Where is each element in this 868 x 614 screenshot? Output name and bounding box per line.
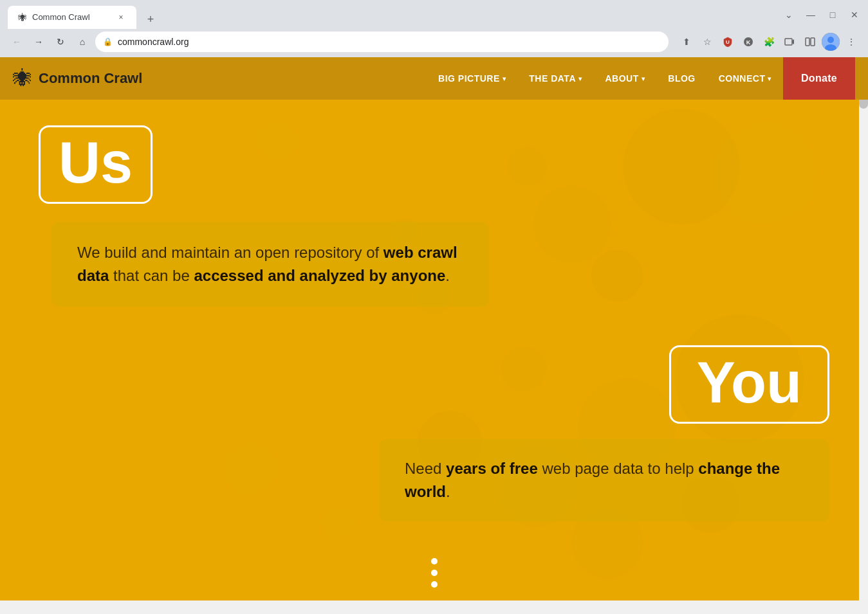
maximize-button[interactable]: □ xyxy=(827,9,838,21)
tab-favicon: 🕷 xyxy=(18,12,27,23)
media-icon[interactable] xyxy=(780,33,799,51)
title-bar: 🕷 Common Crawl × + ⌄ — □ ✕ xyxy=(0,0,868,29)
slide-dots-indicator xyxy=(431,558,438,588)
nav-items: BIG PICTURE ▾ THE DATA ▾ ABOUT ▾ BLOG CO… xyxy=(427,57,855,100)
about-dropdown-arrow: ▾ xyxy=(642,75,645,82)
new-tab-button[interactable]: + xyxy=(142,11,160,29)
tab-close-button[interactable]: × xyxy=(116,12,126,23)
svg-text:U: U xyxy=(726,39,730,45)
tab-title: Common Crawl xyxy=(32,12,111,22)
logo-spider-icon: 🕷 xyxy=(13,68,32,89)
nav-item-big-picture[interactable]: BIG PICTURE ▾ xyxy=(427,57,517,100)
window-controls: ⌄ — □ ✕ xyxy=(783,9,860,26)
close-window-button[interactable]: ✕ xyxy=(849,9,860,21)
k-extension-icon[interactable]: K xyxy=(739,33,757,51)
us-description-text: We build and maintain an open repository… xyxy=(77,241,463,287)
svg-text:K: K xyxy=(746,39,751,46)
donate-button[interactable]: Donate xyxy=(783,57,855,100)
svg-rect-5 xyxy=(811,38,815,46)
home-button[interactable]: ⌂ xyxy=(73,33,91,51)
nav-item-about[interactable]: ABOUT ▾ xyxy=(594,57,657,100)
tabs-row: 🕷 Common Crawl × + xyxy=(8,6,160,29)
dot-2[interactable] xyxy=(431,570,438,576)
minimize-button[interactable]: — xyxy=(805,9,817,21)
url-text: commoncrawl.org xyxy=(118,37,661,47)
bookmark-icon[interactable]: ☆ xyxy=(698,33,716,51)
tab-strip-collapse[interactable]: ⌄ xyxy=(783,9,795,21)
site-navigation: 🕷 Common Crawl BIG PICTURE ▾ THE DATA ▾ … xyxy=(0,57,868,100)
shield-extension-icon[interactable]: U xyxy=(719,33,737,51)
logo-text: Common Crawl xyxy=(39,70,142,87)
nav-item-connect[interactable]: CONNECT ▾ xyxy=(707,57,783,100)
svg-rect-3 xyxy=(785,39,792,45)
lock-icon: 🔒 xyxy=(103,37,113,46)
svg-rect-4 xyxy=(806,38,809,46)
puzzle-extension-icon[interactable]: 🧩 xyxy=(760,33,778,51)
forward-button[interactable]: → xyxy=(30,33,48,51)
svg-point-7 xyxy=(827,37,834,43)
address-bar-row: ← → ↻ ⌂ 🔒 commoncrawl.org ⬆ ☆ U K xyxy=(0,29,868,57)
you-label: You xyxy=(697,350,802,415)
back-button[interactable]: ← xyxy=(8,33,26,51)
toolbar-icons: ⬆ ☆ U K 🧩 xyxy=(678,33,860,51)
more-menu-button[interactable]: ⋮ xyxy=(842,33,860,51)
dot-1[interactable] xyxy=(431,558,438,564)
you-description-text: Need years of free web page data to help… xyxy=(405,457,804,503)
hero-section: Us We build and maintain an open reposit… xyxy=(0,100,868,332)
us-box: Us xyxy=(39,125,152,204)
site-logo[interactable]: 🕷 Common Crawl xyxy=(13,68,142,89)
the-data-dropdown-arrow: ▾ xyxy=(578,75,582,82)
share-icon[interactable]: ⬆ xyxy=(678,33,696,51)
profile-avatar[interactable] xyxy=(822,33,840,51)
big-picture-dropdown-arrow: ▾ xyxy=(503,75,506,82)
dot-3[interactable] xyxy=(431,581,438,588)
you-box: You xyxy=(669,345,829,424)
split-view-icon[interactable] xyxy=(801,33,819,51)
address-box[interactable]: 🔒 commoncrawl.org xyxy=(95,32,669,52)
us-description-box: We build and maintain an open repository… xyxy=(51,222,489,307)
connect-dropdown-arrow: ▾ xyxy=(768,75,771,82)
website-content: 🕷 Common Crawl BIG PICTURE ▾ THE DATA ▾ … xyxy=(0,57,868,600)
us-label: Us xyxy=(59,131,133,195)
browser-chrome: 🕷 Common Crawl × + ⌄ — □ ✕ ← → ↻ ⌂ 🔒 com… xyxy=(0,0,868,57)
nav-item-blog[interactable]: BLOG xyxy=(656,57,706,100)
active-tab[interactable]: 🕷 Common Crawl × xyxy=(8,6,136,29)
you-description-box: Need years of free web page data to help… xyxy=(379,439,829,521)
nav-item-the-data[interactable]: THE DATA ▾ xyxy=(517,57,593,100)
reload-button[interactable]: ↻ xyxy=(51,33,69,51)
you-section: You Need years of free web page data to … xyxy=(0,332,868,521)
